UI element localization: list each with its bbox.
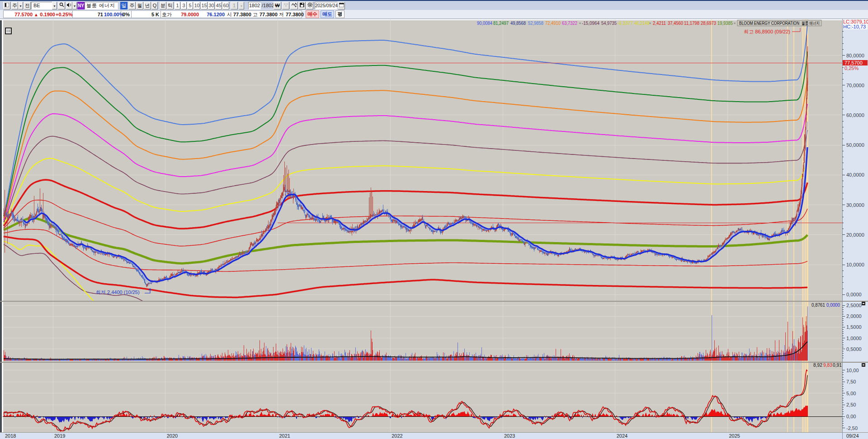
svg-text:▫: ▫ bbox=[649, 20, 651, 26]
svg-text:50,0000: 50,0000 bbox=[846, 142, 864, 148]
svg-text:▫: ▫ bbox=[579, 20, 581, 26]
svg-text:90,0084: 90,0084 bbox=[477, 20, 492, 26]
svg-text:2022: 2022 bbox=[392, 433, 402, 439]
svg-text:-15,0964: -15,0964 bbox=[582, 20, 599, 26]
svg-text:2020: 2020 bbox=[167, 433, 178, 439]
svg-text:0,8761: 0,8761 bbox=[811, 302, 825, 308]
svg-text:2019: 2019 bbox=[54, 433, 65, 439]
svg-text:0,0000: 0,0000 bbox=[826, 302, 840, 308]
svg-text:30,0000: 30,0000 bbox=[846, 202, 864, 208]
svg-text:1,5000: 1,5000 bbox=[846, 324, 862, 330]
svg-text:20,0000: 20,0000 bbox=[846, 232, 864, 238]
svg-text:최고 86,8900 (09/22): 최고 86,8900 (09/22) bbox=[744, 29, 790, 34]
svg-text:2,0000: 2,0000 bbox=[846, 313, 862, 319]
svg-text:11,1798: 11,1798 bbox=[684, 20, 699, 26]
svg-text:60,0000: 60,0000 bbox=[846, 112, 864, 118]
svg-text:0,00: 0,00 bbox=[846, 414, 856, 419]
svg-text:0,25%: 0,25% bbox=[844, 65, 859, 71]
svg-text:70,0000: 70,0000 bbox=[846, 83, 864, 88]
svg-text:최저 2,4400 (10/25): 최저 2,4400 (10/25) bbox=[96, 290, 140, 295]
svg-text:72,4910: 72,4910 bbox=[545, 20, 561, 26]
svg-text:10,0000: 10,0000 bbox=[846, 262, 864, 267]
svg-text:1,0000: 1,0000 bbox=[846, 336, 862, 341]
svg-text:BLOOM ENERGY CORPORATION: BLOOM ENERGY CORPORATION bbox=[739, 20, 799, 26]
svg-text:40,0000: 40,0000 bbox=[846, 172, 864, 177]
svg-text:80,0000: 80,0000 bbox=[846, 53, 864, 58]
svg-text:81,2497: 81,2497 bbox=[493, 20, 509, 26]
svg-text:52,9858: 52,9858 bbox=[528, 20, 543, 26]
svg-text:10,00: 10,00 bbox=[846, 368, 859, 373]
svg-text:37,4560: 37,4560 bbox=[668, 20, 683, 26]
svg-text:-2,50: -2,50 bbox=[846, 425, 858, 431]
svg-text:-6,3377: -6,3377 bbox=[618, 20, 633, 26]
svg-text:09/24: 09/24 bbox=[846, 433, 859, 439]
svg-text:2023: 2023 bbox=[504, 433, 515, 439]
svg-text:2025: 2025 bbox=[729, 433, 740, 439]
svg-text:46,2148: 46,2148 bbox=[634, 20, 650, 26]
svg-text:49,8568: 49,8568 bbox=[510, 20, 526, 26]
svg-text:8,92: 8,92 bbox=[813, 362, 822, 368]
svg-text:HC:-10,73: HC:-10,73 bbox=[843, 24, 866, 29]
svg-text:54,9735: 54,9735 bbox=[601, 20, 617, 26]
svg-text:9,83: 9,83 bbox=[823, 362, 832, 368]
svg-text:0,91: 0,91 bbox=[833, 362, 842, 368]
svg-text:0,0000: 0,0000 bbox=[846, 292, 862, 297]
svg-text:▫: ▫ bbox=[734, 20, 736, 26]
svg-text:2021: 2021 bbox=[279, 433, 290, 439]
svg-text:2,5000: 2,5000 bbox=[846, 303, 862, 308]
svg-text:5,00: 5,00 bbox=[846, 391, 856, 396]
svg-text:2018: 2018 bbox=[5, 433, 16, 439]
svg-text:2024: 2024 bbox=[617, 433, 627, 439]
svg-text:77,5700: 77,5700 bbox=[844, 60, 863, 65]
svg-text:불룸 에너지: 불룸 에너지 bbox=[802, 20, 820, 26]
svg-text:0,5000: 0,5000 bbox=[846, 346, 862, 352]
svg-text:7,50: 7,50 bbox=[846, 379, 856, 384]
svg-text:28,6973: 28,6973 bbox=[701, 20, 716, 26]
svg-text:2,4211: 2,4211 bbox=[653, 20, 666, 26]
svg-text:2,50: 2,50 bbox=[846, 402, 856, 407]
svg-text:19,9385: 19,9385 bbox=[717, 20, 733, 26]
svg-text:63,7322: 63,7322 bbox=[562, 20, 577, 26]
